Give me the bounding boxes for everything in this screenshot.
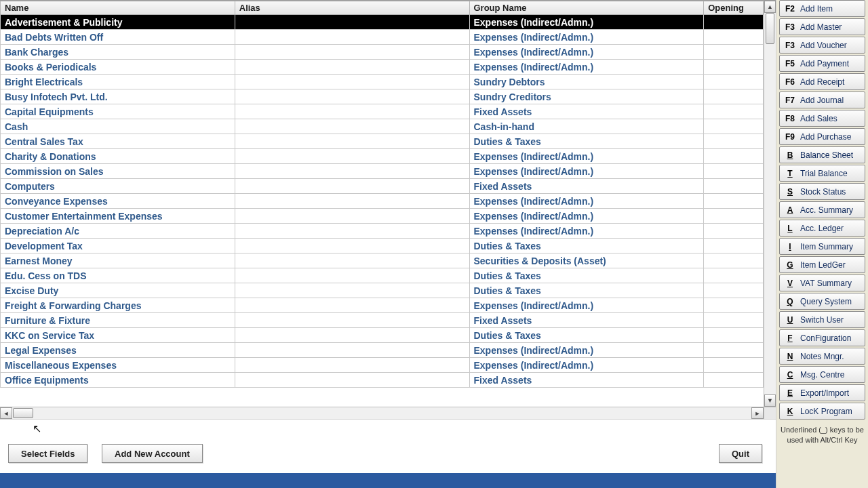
cell-name[interactable]: Development Tax <box>1 239 235 253</box>
cell-alias[interactable] <box>235 194 469 209</box>
cell-name[interactable]: Earnest Money <box>1 253 235 268</box>
cell-name[interactable]: Commission on Sales <box>1 164 235 179</box>
cell-alias[interactable] <box>235 343 469 358</box>
cell-group[interactable]: Expenses (Indirect/Admn.) <box>469 358 704 373</box>
cell-name[interactable]: Central Sales Tax <box>1 134 235 149</box>
cell-group[interactable]: Expenses (Indirect/Admn.) <box>469 149 704 164</box>
col-header-group[interactable]: Group Name <box>469 1 704 15</box>
cell-name[interactable]: Books & Periodicals <box>1 60 235 75</box>
sidebar-shortcut-add-journal[interactable]: F7Add Journal <box>779 92 865 108</box>
cell-opening[interactable] <box>704 75 764 89</box>
sidebar-shortcut-acc-ledger[interactable]: LAcc. Ledger <box>779 220 865 237</box>
cell-name[interactable]: Bank Charges <box>1 45 235 60</box>
cell-name[interactable]: Cash <box>1 119 235 134</box>
select-fields-button[interactable]: Select Fields <box>8 444 87 463</box>
cell-opening[interactable] <box>704 209 764 224</box>
cell-alias[interactable] <box>235 239 469 253</box>
cell-alias[interactable] <box>235 164 469 179</box>
cell-opening[interactable] <box>704 179 764 194</box>
cell-group[interactable]: Expenses (Indirect/Admn.) <box>469 45 704 60</box>
cell-opening[interactable] <box>704 15 764 30</box>
sidebar-shortcut-item-ledger[interactable]: GItem LedGer <box>779 256 865 273</box>
table-row[interactable]: Books & PeriodicalsExpenses (Indirect/Ad… <box>1 60 764 75</box>
table-row[interactable]: Conveyance ExpensesExpenses (Indirect/Ad… <box>1 194 764 209</box>
cell-opening[interactable] <box>704 134 764 149</box>
sidebar-shortcut-add-item[interactable]: F2Add Item <box>779 0 865 17</box>
table-row[interactable]: Edu. Cess on TDSDuties & Taxes <box>1 268 764 283</box>
cell-name[interactable]: Charity & Donations <box>1 149 235 164</box>
cell-name[interactable]: Office Equipments <box>1 373 235 388</box>
table-row[interactable]: Advertisement & PublicityExpenses (Indir… <box>1 15 764 30</box>
horizontal-scroll-track[interactable] <box>12 407 751 419</box>
cell-opening[interactable] <box>704 373 764 388</box>
cell-opening[interactable] <box>704 149 764 164</box>
sidebar-shortcut-msg-centre[interactable]: CMsg. Centre <box>779 366 865 383</box>
cell-alias[interactable] <box>235 104 469 119</box>
cell-name[interactable]: Depreciation A/c <box>1 224 235 239</box>
cell-group[interactable]: Fixed Assets <box>469 313 704 328</box>
sidebar-shortcut-add-payment[interactable]: F5Add Payment <box>779 55 865 72</box>
cell-group[interactable]: Fixed Assets <box>469 373 704 388</box>
cell-alias[interactable] <box>235 298 469 313</box>
cell-opening[interactable] <box>704 119 764 134</box>
cell-group[interactable]: Expenses (Indirect/Admn.) <box>469 343 704 358</box>
cell-group[interactable]: Duties & Taxes <box>469 268 704 283</box>
sidebar-shortcut-add-voucher[interactable]: F3Add Voucher <box>779 37 865 54</box>
table-row[interactable]: Busy Infotech Pvt. Ltd.Sundry Creditors <box>1 89 764 104</box>
cell-alias[interactable] <box>235 224 469 239</box>
vertical-scroll-thumb[interactable] <box>766 13 774 44</box>
table-row[interactable]: Depreciation A/cExpenses (Indirect/Admn.… <box>1 224 764 239</box>
cell-name[interactable]: Advertisement & Publicity <box>1 15 235 30</box>
sidebar-shortcut-add-receipt[interactable]: F6Add Receipt <box>779 73 865 90</box>
cell-opening[interactable] <box>704 298 764 313</box>
cell-alias[interactable] <box>235 358 469 373</box>
cell-alias[interactable] <box>235 30 469 45</box>
cell-alias[interactable] <box>235 134 469 149</box>
cell-group[interactable]: Securities & Deposits (Asset) <box>469 253 704 268</box>
cell-name[interactable]: Legal Expenses <box>1 343 235 358</box>
cell-alias[interactable] <box>235 328 469 343</box>
cell-group[interactable]: Expenses (Indirect/Admn.) <box>469 194 704 209</box>
sidebar-shortcut-acc-summary[interactable]: AAcc. Summary <box>779 201 865 218</box>
cell-opening[interactable] <box>704 45 764 60</box>
table-row[interactable]: Commission on SalesExpenses (Indirect/Ad… <box>1 164 764 179</box>
cell-alias[interactable] <box>235 89 469 104</box>
cell-group[interactable]: Duties & Taxes <box>469 283 704 298</box>
col-header-name[interactable]: Name <box>1 1 235 15</box>
horizontal-scroll-thumb[interactable] <box>13 408 33 418</box>
cell-name[interactable]: Edu. Cess on TDS <box>1 268 235 283</box>
cell-group[interactable]: Expenses (Indirect/Admn.) <box>469 30 704 45</box>
cell-name[interactable]: Miscellaneous Expenses <box>1 358 235 373</box>
cell-alias[interactable] <box>235 268 469 283</box>
cell-alias[interactable] <box>235 15 469 30</box>
scroll-down-arrow-icon[interactable]: ▼ <box>764 394 776 407</box>
table-row[interactable]: Excise DutyDuties & Taxes <box>1 283 764 298</box>
horizontal-scrollbar[interactable]: ◄ ► <box>0 407 764 419</box>
vertical-scrollbar[interactable]: ▲ ▼ <box>764 1 776 407</box>
cell-group[interactable]: Expenses (Indirect/Admn.) <box>469 298 704 313</box>
cell-opening[interactable] <box>704 253 764 268</box>
cell-name[interactable]: Freight & Forwarding Charges <box>1 298 235 313</box>
sidebar-shortcut-lock-program[interactable]: KLocK Program <box>779 403 865 420</box>
cell-group[interactable]: Sundry Creditors <box>469 89 704 104</box>
sidebar-shortcut-export-import[interactable]: EExport/Import <box>779 384 865 401</box>
cell-alias[interactable] <box>235 373 469 388</box>
table-row[interactable]: Bright ElectricalsSundry Debtors <box>1 75 764 89</box>
table-row[interactable]: Customer Entertainment ExpensesExpenses … <box>1 209 764 224</box>
cell-group[interactable]: Duties & Taxes <box>469 328 704 343</box>
cell-opening[interactable] <box>704 283 764 298</box>
cell-name[interactable]: Conveyance Expenses <box>1 194 235 209</box>
cell-opening[interactable] <box>704 343 764 358</box>
sidebar-shortcut-add-purchase[interactable]: F9Add Purchase <box>779 128 865 145</box>
cell-name[interactable]: Capital Equipments <box>1 104 235 119</box>
table-row[interactable]: Earnest MoneySecurities & Deposits (Asse… <box>1 253 764 268</box>
cell-opening[interactable] <box>704 89 764 104</box>
cell-name[interactable]: Customer Entertainment Expenses <box>1 209 235 224</box>
table-row[interactable]: CashCash-in-hand <box>1 119 764 134</box>
sidebar-shortcut-trial-balance[interactable]: TTrial Balance <box>779 165 865 182</box>
sidebar-shortcut-item-summary[interactable]: IItem Summary <box>779 238 865 255</box>
cell-name[interactable]: Bright Electricals <box>1 75 235 89</box>
cell-alias[interactable] <box>235 283 469 298</box>
cell-alias[interactable] <box>235 179 469 194</box>
scroll-up-arrow-icon[interactable]: ▲ <box>764 1 776 13</box>
